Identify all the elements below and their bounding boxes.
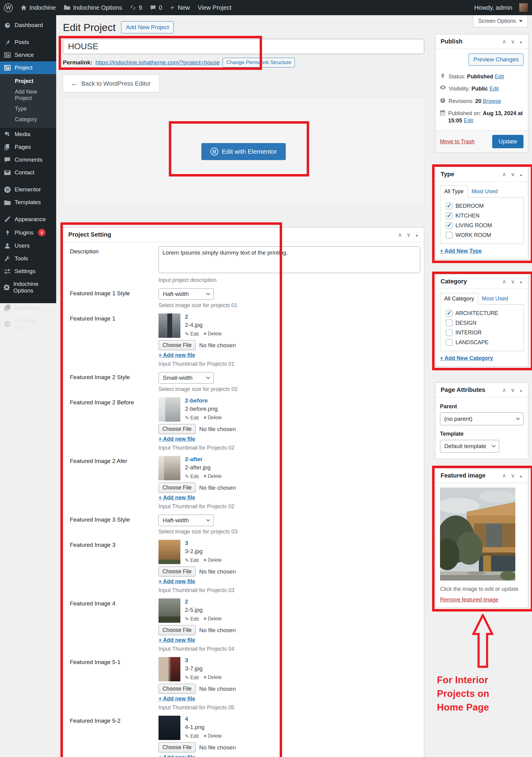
choose-file-button[interactable]: Choose File xyxy=(159,566,195,577)
admin-bar-new[interactable]: New xyxy=(166,0,194,15)
sidebar-item-appearance[interactable]: Appearance xyxy=(0,213,56,226)
attachment-thumbnail[interactable] xyxy=(159,456,180,480)
toggle-panel-icon[interactable] xyxy=(519,38,523,45)
browse-revisions-link[interactable]: Browse xyxy=(483,98,501,104)
sidebar-item-comments[interactable]: Comments xyxy=(0,153,56,166)
sidebar-item-tools[interactable]: Tools xyxy=(0,252,56,265)
toggle-panel-icon[interactable] xyxy=(519,171,523,177)
tab-most-used[interactable]: Most Used xyxy=(478,293,512,304)
sidebar-item-collapse-menu[interactable]: Collapse menu xyxy=(0,314,56,334)
move-down-icon[interactable] xyxy=(511,472,515,479)
admin-bar-indochine-options[interactable]: Indochine Options xyxy=(60,0,126,15)
sidebar-item-project[interactable]: Project xyxy=(0,61,56,74)
add-new-project-button[interactable]: Add New Project xyxy=(121,21,174,33)
category-header[interactable]: Category xyxy=(435,274,528,289)
move-to-trash-link[interactable]: Move to Trash xyxy=(440,138,475,145)
tab-all-type[interactable]: All Type xyxy=(440,186,468,197)
admin-bar-view-project[interactable]: View Project xyxy=(194,0,235,15)
sidebar-item-templates[interactable]: Templates xyxy=(0,196,56,209)
edit-attachment-link[interactable]: Edit xyxy=(185,733,198,739)
admin-bar-howdy[interactable]: Howdy, admin xyxy=(470,4,516,11)
add-new-type-link[interactable]: + Add New Type xyxy=(440,248,482,254)
sidebar-item-plugins[interactable]: Plugins 6 xyxy=(0,226,56,239)
bedroom-checkbox[interactable] xyxy=(446,203,453,209)
category-option-landscape[interactable]: LANDSCAPE xyxy=(443,338,520,347)
delete-attachment-link[interactable]: Delete xyxy=(203,558,222,563)
delete-attachment-link[interactable]: Delete xyxy=(203,733,222,739)
delete-attachment-link[interactable]: Delete xyxy=(203,675,222,681)
featured-image-2-style-select[interactable]: Small-width xyxy=(159,372,214,384)
project-title-input[interactable] xyxy=(63,39,424,54)
submenu-item-project[interactable]: Project xyxy=(0,76,56,87)
sidebar-item-media[interactable]: Media xyxy=(0,128,56,141)
choose-file-button[interactable]: Choose File xyxy=(159,483,195,493)
add-new-file-link[interactable]: + Add new file xyxy=(159,637,195,643)
edit-attachment-link[interactable]: Edit xyxy=(185,616,198,622)
toggle-panel-icon[interactable] xyxy=(519,472,523,479)
featured-image-header[interactable]: Featured image xyxy=(435,469,528,483)
screen-options-tab[interactable]: Screen Options xyxy=(473,15,528,27)
attachment-title-link[interactable]: 3 xyxy=(185,657,222,664)
delete-attachment-link[interactable]: Delete xyxy=(203,415,222,421)
add-new-file-link[interactable]: + Add new file xyxy=(159,436,195,442)
choose-file-button[interactable]: Choose File xyxy=(159,424,195,434)
edit-attachment-link[interactable]: Edit xyxy=(185,675,198,681)
submenu-item-add-new-project[interactable]: Add New Project xyxy=(0,87,56,104)
sidebar-item-settings[interactable]: Settings xyxy=(0,265,56,278)
category-option-design[interactable]: DESIGN xyxy=(443,318,520,328)
move-up-icon[interactable] xyxy=(398,231,402,238)
featured-image-thumbnail[interactable] xyxy=(440,488,515,581)
attachment-title-link[interactable]: 2 xyxy=(185,598,222,605)
parent-select[interactable]: (no parent) xyxy=(440,412,523,425)
remove-featured-image-link[interactable]: Remove featured image xyxy=(440,597,498,603)
move-up-icon[interactable] xyxy=(502,387,506,393)
design-checkbox[interactable] xyxy=(446,319,453,326)
sidebar-item-pages[interactable]: Pages xyxy=(0,141,56,153)
move-down-icon[interactable] xyxy=(407,231,411,238)
sidebar-item-contact[interactable]: Contact xyxy=(0,166,56,179)
featured-image-3-style-select[interactable]: Haft-width xyxy=(159,515,214,526)
category-option-architecture[interactable]: ARCHITECTURE xyxy=(443,308,520,318)
choose-file-button[interactable]: Choose File xyxy=(159,742,195,752)
move-up-icon[interactable] xyxy=(502,278,506,285)
attachment-title-link[interactable]: 2-before xyxy=(185,397,222,404)
attachment-title-link[interactable]: 2-after xyxy=(185,456,222,463)
add-new-file-link[interactable]: + Add new file xyxy=(159,696,195,702)
submenu-item-category[interactable]: Category xyxy=(0,114,56,125)
kitchen-checkbox[interactable] xyxy=(446,212,453,219)
move-down-icon[interactable] xyxy=(511,278,515,285)
delete-attachment-link[interactable]: Delete xyxy=(203,331,222,337)
page-attributes-header[interactable]: Page Attributes xyxy=(435,383,528,397)
attachment-thumbnail[interactable] xyxy=(159,598,180,623)
template-select[interactable]: Default template xyxy=(440,440,499,453)
type-option-kitchen[interactable]: KITCHEN xyxy=(443,211,520,221)
add-new-category-link[interactable]: + Add New Category xyxy=(440,355,493,361)
attachment-thumbnail[interactable] xyxy=(159,397,180,422)
choose-file-button[interactable]: Choose File xyxy=(159,625,195,635)
delete-attachment-link[interactable]: Delete xyxy=(203,616,222,622)
edit-published-date-link[interactable]: Edit xyxy=(464,118,473,124)
add-new-file-link[interactable]: + Add new file xyxy=(159,754,195,757)
sidebar-item-elementor[interactable]: Elementor xyxy=(0,183,56,196)
delete-attachment-link[interactable]: Delete xyxy=(203,473,222,479)
sidebar-item-dashboard[interactable]: Dashboard xyxy=(0,19,56,32)
landscape-checkbox[interactable] xyxy=(446,339,453,346)
edit-with-elementor-button[interactable]: Edit with Elementor xyxy=(201,143,286,160)
choose-file-button[interactable]: Choose File xyxy=(159,340,195,350)
featured-image-1-style-select[interactable]: Haft-width xyxy=(159,288,214,300)
sidebar-item-posts[interactable]: Posts xyxy=(0,36,56,48)
tab-all-category[interactable]: All Category xyxy=(440,293,478,305)
sidebar-item-service[interactable]: Service xyxy=(0,48,56,61)
living-room-checkbox[interactable] xyxy=(446,222,453,229)
architecture-checkbox[interactable] xyxy=(446,310,453,317)
toggle-panel-icon[interactable] xyxy=(519,387,523,393)
category-option-interior[interactable]: INTERIOR xyxy=(443,328,520,338)
attachment-thumbnail[interactable] xyxy=(159,657,180,681)
attachment-thumbnail[interactable] xyxy=(159,314,180,338)
submenu-item-type[interactable]: Type xyxy=(0,104,56,114)
admin-bar-updates[interactable]: 9 xyxy=(126,0,146,15)
work-room-checkbox[interactable] xyxy=(446,232,453,238)
tab-most-used[interactable]: Most Used xyxy=(468,186,501,197)
edit-attachment-link[interactable]: Edit xyxy=(185,558,198,563)
sidebar-item-duplicator[interactable]: Duplicator xyxy=(0,301,56,314)
